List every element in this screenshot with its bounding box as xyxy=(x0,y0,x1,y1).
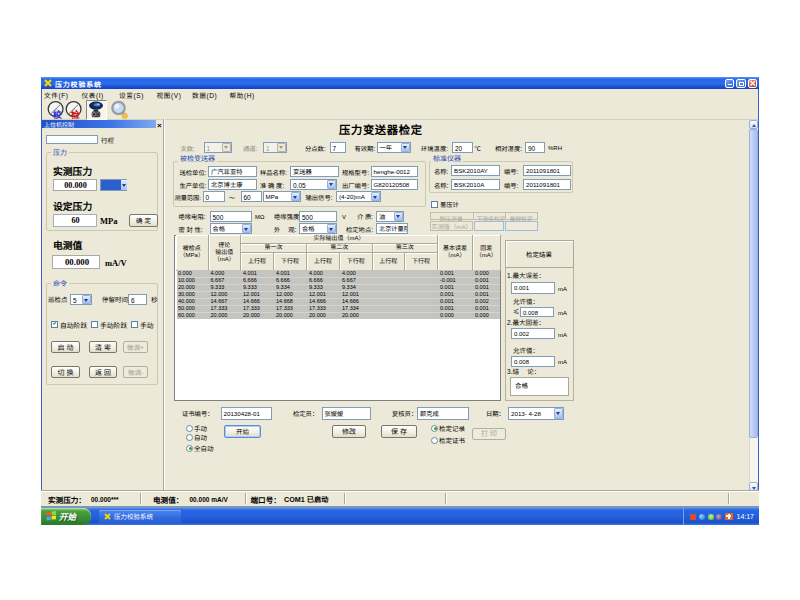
svg-text:检: 检 xyxy=(71,108,80,119)
svg-text:校: 校 xyxy=(52,108,62,119)
